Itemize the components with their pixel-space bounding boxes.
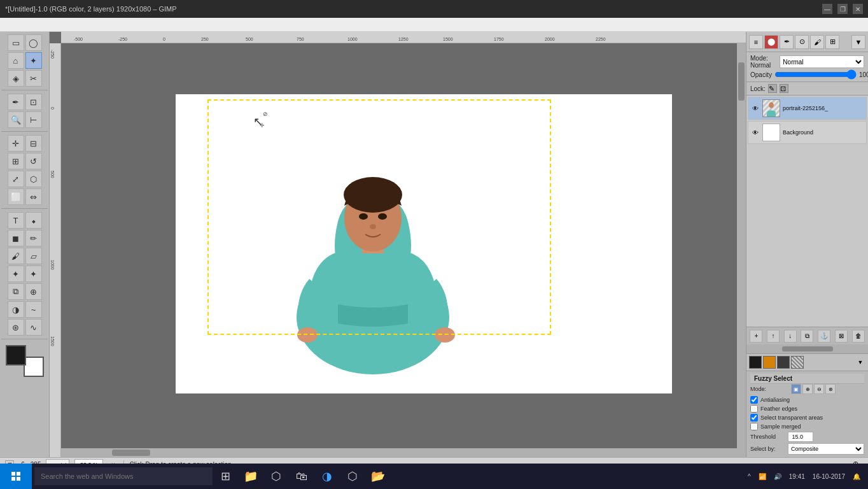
convolve-tool[interactable]: ⊛: [8, 319, 24, 336]
perspective-tool[interactable]: ⬜: [8, 188, 24, 205]
crop-tool[interactable]: ⊞: [8, 153, 24, 169]
layers-list: 👁 portrait-2252156_ 👁 Background: [746, 96, 868, 327]
window-controls: — ❐ ✕: [822, 4, 863, 14]
free-select-tool[interactable]: ⌂: [8, 52, 24, 69]
ellipse-select-tool[interactable]: ◯: [25, 34, 42, 51]
select-by-color-tool[interactable]: ◈: [8, 70, 24, 87]
feather-edges-checkbox[interactable]: [750, 405, 758, 413]
flip-tool[interactable]: ⇔: [25, 188, 42, 205]
swatch-pattern[interactable]: [791, 356, 804, 369]
tray-area: ^: [745, 473, 753, 480]
opacity-slider[interactable]: [774, 70, 857, 79]
duplicate-layer-btn[interactable]: ⧉: [801, 330, 813, 343]
swatch-black[interactable]: [749, 356, 762, 369]
store-icon[interactable]: 🛍: [289, 464, 314, 489]
color-picker-tool[interactable]: ⊡: [25, 94, 42, 110]
mode-replace-btn[interactable]: ▣: [791, 384, 801, 394]
notification-btn[interactable]: 🔔: [850, 473, 863, 480]
dropbox-icon[interactable]: ⬡: [263, 464, 289, 489]
scale-tool[interactable]: ⤢: [8, 171, 24, 187]
lower-layer-btn[interactable]: ↓: [784, 330, 797, 343]
history-btn[interactable]: ⊙: [795, 35, 809, 49]
mode-select[interactable]: Normal: [780, 55, 864, 68]
layer-name-background: Background: [783, 129, 864, 136]
dodge2-tool[interactable]: ∿: [25, 319, 42, 336]
merge-down-btn[interactable]: ⊠: [835, 330, 848, 343]
foreground-color-box[interactable]: [6, 345, 26, 365]
channels-btn[interactable]: ⬤: [764, 35, 778, 49]
raise-layer-btn[interactable]: ↑: [767, 330, 780, 343]
clone-tool[interactable]: ⧉: [8, 283, 24, 300]
swatch-menu-btn[interactable]: ▼: [855, 357, 865, 367]
feather-edges-label: Feather edges: [760, 406, 797, 412]
heal-tool[interactable]: ⊕: [25, 283, 42, 300]
maximize-button[interactable]: ❐: [837, 4, 848, 14]
dodge-burn-tool[interactable]: ◑: [8, 301, 24, 318]
file-explorer-icon[interactable]: 📁: [238, 464, 263, 489]
select-by-label: Select by:: [750, 446, 785, 452]
canvas-area[interactable]: -500 -250 0 250 500 750 1000 1250 1500 1…: [50, 32, 746, 457]
rect-select-tool[interactable]: ▭: [8, 34, 24, 51]
rotate-tool[interactable]: ↺: [25, 153, 42, 169]
select-by-select[interactable]: Composite Red Green Blue Alpha: [788, 443, 864, 455]
eraser-tool[interactable]: ▱: [25, 248, 42, 264]
horizontal-scrollbar[interactable]: [61, 448, 746, 457]
lock-pixels-btn[interactable]: ✎: [768, 84, 777, 93]
taskbar-search[interactable]: [34, 467, 213, 485]
start-button[interactable]: [0, 464, 32, 489]
layer-eye-portrait[interactable]: 👁: [751, 104, 760, 113]
bucket-fill-tool[interactable]: ⬥: [25, 212, 42, 229]
media-icon[interactable]: ⬡: [340, 464, 365, 489]
background-color-box[interactable]: [24, 357, 44, 377]
anchor-layer-btn[interactable]: ⚓: [818, 330, 830, 343]
layer-item-background[interactable]: 👁 Background: [748, 121, 867, 144]
paths-btn[interactable]: ✒: [780, 35, 794, 49]
scissors-tool[interactable]: ✂: [25, 70, 42, 87]
paintbrush-tool[interactable]: 🖌: [8, 248, 24, 264]
ink-tool[interactable]: ✦: [25, 266, 42, 282]
canvas-container[interactable]: [61, 43, 746, 457]
delete-layer-btn[interactable]: 🗑: [852, 330, 865, 343]
mode-subtract-btn[interactable]: ⊖: [814, 384, 824, 394]
blend-tool[interactable]: ◼: [8, 230, 24, 246]
move-tool[interactable]: ✛: [8, 135, 24, 152]
panel-menu-btn[interactable]: ▼: [851, 35, 865, 49]
close-button[interactable]: ✕: [853, 4, 863, 14]
zoom-tool[interactable]: 🔍: [8, 111, 24, 128]
layer-eye-background[interactable]: 👁: [751, 128, 760, 137]
antialiasing-checkbox[interactable]: [750, 396, 758, 404]
layer-item-portrait[interactable]: 👁 portrait-2252156_: [748, 97, 867, 120]
folder-icon[interactable]: 📂: [365, 464, 391, 489]
edge-icon[interactable]: ◑: [314, 464, 340, 489]
pencil-tool[interactable]: ✏: [25, 230, 42, 246]
fuzzy-select-tool[interactable]: ✦: [25, 52, 42, 69]
task-view-btn[interactable]: ⊞: [213, 464, 238, 489]
text-tool[interactable]: T: [8, 212, 24, 229]
settings-btn[interactable]: ⊞: [825, 35, 839, 49]
ruler-top: -500 -250 0 250 500 750 1000 1250 1500 1…: [61, 32, 746, 43]
layers-view-btn[interactable]: ≡: [749, 35, 763, 49]
shear-tool[interactable]: ⬡: [25, 171, 42, 187]
paths-tool[interactable]: ✒: [8, 94, 24, 110]
swatch-orange[interactable]: [763, 356, 776, 369]
swatch-dark-gray[interactable]: [777, 356, 790, 369]
airbrush-tool[interactable]: ✦: [8, 266, 24, 282]
measure-tool[interactable]: ⊢: [25, 111, 42, 128]
threshold-input[interactable]: [788, 432, 813, 442]
layers-scrollbar[interactable]: [746, 344, 868, 353]
minimize-button[interactable]: —: [822, 4, 832, 14]
align-tool[interactable]: ⊟: [25, 135, 42, 152]
cursor-cross: ✛: [260, 122, 265, 129]
layers-bottom-toolbar: + ↑ ↓ ⧉ ⚓ ⊠ 🗑: [746, 327, 868, 344]
new-layer-btn[interactable]: +: [750, 330, 762, 343]
select-transparent-checkbox[interactable]: [750, 414, 758, 422]
mode-intersect-btn[interactable]: ⊗: [825, 384, 836, 394]
smudge-tool[interactable]: ~: [25, 301, 42, 318]
lock-alpha-btn[interactable]: ⊡: [780, 84, 788, 93]
paint-btn[interactable]: 🖌: [810, 35, 824, 49]
mode-add-btn[interactable]: ⊕: [802, 384, 813, 394]
titlebar: *[Untitled]-1.0 (RGB color, 2 layers) 19…: [0, 0, 868, 18]
sample-merged-checkbox[interactable]: [750, 423, 758, 430]
vertical-scrollbar[interactable]: [737, 43, 746, 448]
menubar: [0, 18, 868, 32]
